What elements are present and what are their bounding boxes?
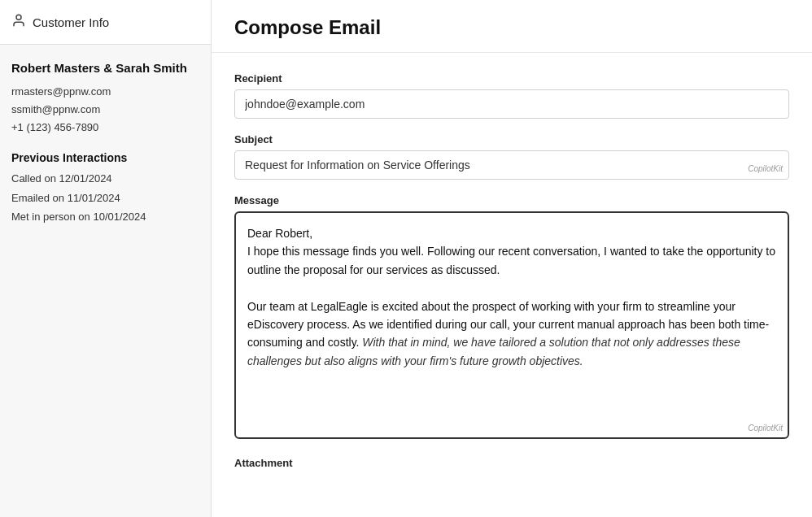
main-content: Compose Email Recipient Subject CopilotK… [212,0,812,517]
sidebar-header: Customer Info [0,0,211,45]
message-textarea[interactable]: Dear Robert,I hope this message finds yo… [234,211,789,439]
svg-point-0 [16,15,21,20]
app-container: Customer Info Robert Masters & Sarah Smi… [0,0,812,517]
message-normal-text: Dear Robert,I hope this message finds yo… [247,227,775,349]
page-title: Compose Email [234,16,789,39]
interaction-item-1: Called on 12/01/2024 [11,169,199,188]
customer-name: Robert Masters & Sarah Smith [11,59,199,76]
subject-group: Subject CopilotKit [234,133,789,180]
customer-contact: rmasters@ppnw.com ssmith@ppnw.com +1 (12… [11,83,199,137]
sidebar: Customer Info Robert Masters & Sarah Smi… [0,0,212,517]
customer-email-1: rmasters@ppnw.com [11,83,199,101]
subject-copilotkit-badge: CopilotKit [748,164,783,173]
compose-form: Recipient Subject CopilotKit Message Dea… [212,53,812,489]
previous-interactions-title: Previous Interactions [11,151,199,164]
message-group: Message Dear Robert,I hope this message … [234,194,789,439]
sidebar-header-title: Customer Info [33,15,109,29]
main-header: Compose Email [212,0,812,53]
subject-input[interactable] [234,150,789,180]
interaction-item-2: Emailed on 11/01/2024 [11,189,199,207]
person-icon [11,13,26,31]
interaction-item-3: Met in person on 10/01/2024 [11,207,199,226]
message-label: Message [234,194,789,206]
subject-wrapper: CopilotKit [234,150,789,180]
message-copilotkit-badge: CopilotKit [748,424,783,432]
customer-phone: +1 (123) 456-7890 [11,119,199,137]
recipient-label: Recipient [234,72,789,85]
recipient-group: Recipient [234,72,789,119]
sidebar-content: Robert Masters & Sarah Smith rmasters@pp… [0,45,211,517]
interactions-list: Called on 12/01/2024 Emailed on 11/01/20… [11,169,199,226]
attachment-label: Attachment [234,457,789,469]
customer-email-2: ssmith@ppnw.com [11,101,199,119]
message-wrapper: Dear Robert,I hope this message finds yo… [234,211,789,439]
recipient-input[interactable] [234,89,789,119]
subject-label: Subject [234,133,789,146]
